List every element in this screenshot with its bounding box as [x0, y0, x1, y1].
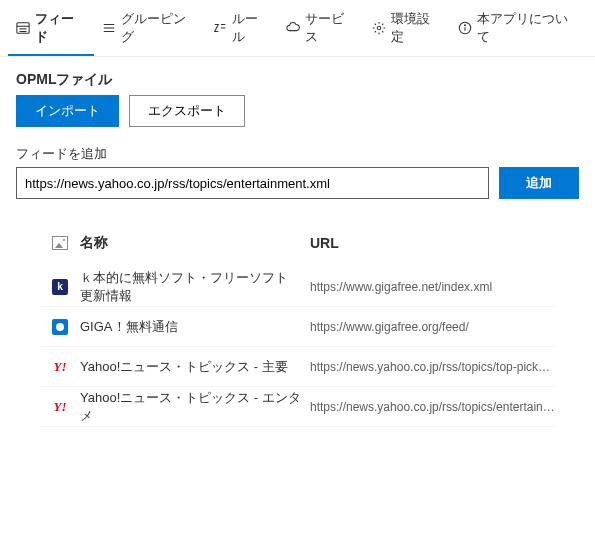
feed-url: https://www.gigafree.org/feed/: [310, 320, 555, 334]
gear-icon: [372, 21, 386, 35]
table-row[interactable]: Y! Yahoo!ニュース・トピックス - 主要 https://news.ya…: [40, 347, 555, 387]
export-button[interactable]: エクスポート: [129, 95, 245, 127]
table-header: 名称 URL: [40, 223, 555, 263]
svg-point-7: [377, 26, 381, 30]
import-button[interactable]: インポート: [16, 95, 119, 127]
feed-url: https://news.yahoo.co.jp/rss/topics/top-…: [310, 360, 555, 374]
content-area: OPMLファイル インポート エクスポート フィードを追加 追加 名称 URL …: [0, 57, 595, 441]
tab-service[interactable]: サービス: [278, 0, 364, 56]
feed-name: Yahoo!ニュース・トピックス - 主要: [80, 358, 310, 376]
header-name[interactable]: 名称: [80, 234, 310, 252]
feed-url: https://www.gigafree.net/index.xml: [310, 280, 555, 294]
add-feed-title: フィードを追加: [16, 145, 579, 163]
image-placeholder-icon: [52, 236, 68, 250]
table-row[interactable]: GIGA！無料通信 https://www.gigafree.org/feed/: [40, 307, 555, 347]
info-icon: [458, 21, 472, 35]
feed-table: 名称 URL k ｋ本的に無料ソフト・フリーソフト 更新情報 https://w…: [16, 223, 579, 427]
feed-url: https://news.yahoo.co.jp/rss/topics/ente…: [310, 400, 555, 414]
feed-name: Yahoo!ニュース・トピックス - エンタメ: [80, 389, 310, 425]
tab-feed[interactable]: フィード: [8, 0, 94, 56]
favicon-yahoo: Y!: [52, 359, 68, 375]
feed-name: ｋ本的に無料ソフト・フリーソフト 更新情報: [80, 269, 310, 305]
opml-title: OPMLファイル: [16, 71, 579, 89]
svg-point-10: [465, 25, 466, 26]
add-button[interactable]: 追加: [499, 167, 579, 199]
tab-settings[interactable]: 環境設定: [364, 0, 450, 56]
tab-rule[interactable]: ルール: [205, 0, 278, 56]
favicon-k: k: [52, 279, 68, 295]
header-icon-col[interactable]: [40, 236, 80, 250]
cloud-icon: [286, 21, 300, 35]
header-url[interactable]: URL: [310, 235, 555, 251]
tab-label: サービス: [305, 10, 356, 46]
tab-grouping[interactable]: グルーピング: [94, 0, 205, 56]
tab-label: フィード: [35, 10, 86, 46]
tab-label: ルール: [232, 10, 270, 46]
tab-label: グルーピング: [121, 10, 197, 46]
tab-label: 環境設定: [391, 10, 442, 46]
table-row[interactable]: k ｋ本的に無料ソフト・フリーソフト 更新情報 https://www.giga…: [40, 267, 555, 307]
table-row[interactable]: Y! Yahoo!ニュース・トピックス - エンタメ https://news.…: [40, 387, 555, 427]
tab-bar: フィード グルーピング ルール サービス 環境設定 本アプリについて: [0, 0, 595, 57]
feed-name: GIGA！無料通信: [80, 318, 310, 336]
rule-icon: [213, 21, 227, 35]
feed-url-input[interactable]: [16, 167, 489, 199]
feed-icon: [16, 21, 30, 35]
tab-about[interactable]: 本アプリについて: [450, 0, 587, 56]
tab-label: 本アプリについて: [477, 10, 579, 46]
favicon-yahoo: Y!: [52, 399, 68, 415]
grouping-icon: [102, 21, 116, 35]
favicon-giga: [52, 319, 68, 335]
